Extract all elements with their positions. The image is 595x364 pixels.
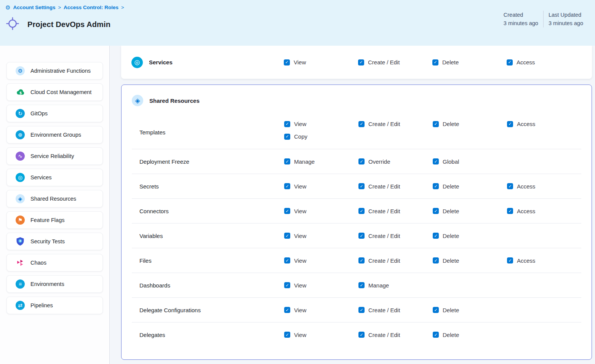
last-updated-label: Last Updated (549, 11, 583, 19)
checkbox-create-edit[interactable]: ✓Create / Edit (358, 59, 432, 65)
created-meta: Created 3 minutes ago (499, 11, 543, 27)
checkbox-access[interactable]: ✓Access (507, 121, 581, 127)
sidebar-item-label: Feature Flags (30, 217, 64, 223)
page-title: Project DevOps Admin (27, 20, 110, 29)
checkbox-label: Override (368, 158, 390, 165)
checkbox-checked-icon: ✓ (358, 158, 365, 164)
last-updated-meta: Last Updated 3 minutes ago (543, 11, 588, 27)
checkbox-checked-icon: ✓ (284, 332, 290, 338)
checkbox-label: Delete (443, 183, 459, 190)
checkbox-create-edit[interactable]: ✓Create / Edit (358, 183, 433, 190)
checkbox-label: Create / Edit (368, 183, 400, 190)
permission-row-label: Templates (132, 129, 284, 136)
permission-column: ✓Delete (433, 121, 507, 127)
checkbox-global[interactable]: ✓Global (433, 158, 507, 165)
permission-rows: Templates✓View✓Copy✓Create / Edit✓Delete… (132, 115, 581, 347)
permission-row-label: Deployment Freeze (132, 158, 284, 165)
permission-column: ✓Delete (433, 208, 507, 214)
services-permission-card: ◎ Services ✓View✓Create / Edit✓Delete✓Ac… (121, 46, 592, 79)
breadcrumb-item-account-settings[interactable]: Account Settings (13, 5, 55, 10)
permission-column: ✓Delete (433, 233, 507, 239)
checkbox-label: Access (517, 59, 535, 65)
checkbox-delete[interactable]: ✓Delete (433, 307, 507, 313)
checkbox-access[interactable]: ✓Access (507, 257, 581, 264)
checkbox-delete[interactable]: ✓Delete (433, 121, 507, 127)
permission-column: ✓View (284, 307, 358, 313)
checkbox-create-edit[interactable]: ✓Create / Edit (358, 208, 433, 214)
sidebar-item-cloud-cost-management[interactable]: $Cloud Cost Management (6, 83, 103, 101)
checkbox-label: Access (517, 121, 535, 127)
sidebar-item-security-tests[interactable]: Security Tests (6, 233, 103, 250)
checkbox-view[interactable]: ✓View (284, 183, 358, 190)
permission-column: ✓Create / Edit (358, 208, 433, 214)
checkbox-checked-icon: ✓ (284, 257, 290, 263)
sidebar-item-feature-flags[interactable]: ⚑Feature Flags (6, 211, 103, 229)
gear-icon: ⚙ (5, 5, 10, 10)
checkbox-checked-icon: ✓ (284, 121, 290, 127)
page-header: ⚙ Account Settings>Access Control: Roles… (0, 0, 595, 46)
checkbox-access[interactable]: ✓Access (507, 59, 581, 65)
checkbox-create-edit[interactable]: ✓Create / Edit (358, 121, 433, 127)
permission-row-label: Delegates (132, 332, 284, 338)
checkbox-override[interactable]: ✓Override (358, 158, 433, 165)
checkbox-checked-icon: ✓ (284, 158, 290, 164)
permission-column: ✓Create / Edit (358, 59, 432, 65)
sidebar-item-environments[interactable]: ≡Environments (6, 275, 103, 293)
checkbox-view[interactable]: ✓View (284, 332, 358, 338)
environment-groups-icon: ⊛ (16, 130, 25, 139)
permission-column: ✓Manage (358, 282, 433, 289)
checkbox-manage[interactable]: ✓Manage (284, 158, 358, 165)
checkbox-view[interactable]: ✓View (284, 121, 358, 127)
checkbox-label: Manage (294, 158, 315, 165)
checkbox-checked-icon: ✓ (358, 233, 365, 239)
sidebar-item-gitops[interactable]: ↻GitOps (6, 105, 103, 122)
checkbox-checked-icon: ✓ (284, 208, 290, 214)
checkbox-create-edit[interactable]: ✓Create / Edit (358, 332, 433, 338)
crosshair-target-icon (6, 17, 19, 32)
checkbox-delete[interactable]: ✓Delete (433, 233, 507, 239)
checkbox-view[interactable]: ✓View (284, 282, 358, 289)
checkbox-checked-icon: ✓ (433, 158, 439, 164)
permission-column: ✓View (284, 257, 358, 264)
permission-column: ✓View✓Copy (284, 121, 358, 140)
permission-column: ✓View (284, 59, 358, 65)
breadcrumb-item-access-control-roles[interactable]: Access Control: Roles (64, 5, 118, 10)
sidebar-item-shared-resources[interactable]: ◈Shared Resources (6, 190, 103, 208)
sidebar-item-label: Cloud Cost Management (30, 89, 91, 95)
checkbox-create-edit[interactable]: ✓Create / Edit (358, 307, 433, 313)
checkbox-delete[interactable]: ✓Delete (432, 59, 507, 65)
checkbox-checked-icon: ✓ (433, 121, 439, 127)
checkbox-view[interactable]: ✓View (284, 208, 358, 214)
checkbox-delete[interactable]: ✓Delete (433, 257, 507, 264)
checkbox-label: View (294, 332, 306, 338)
sidebar-item-services[interactable]: ◎Services (6, 169, 103, 186)
checkbox-access[interactable]: ✓Access (507, 208, 581, 214)
checkbox-create-edit[interactable]: ✓Create / Edit (358, 233, 433, 239)
checkbox-delete[interactable]: ✓Delete (433, 183, 507, 190)
sidebar-item-pipelines[interactable]: ⇄Pipelines (6, 297, 103, 314)
permission-column: ✓Manage (284, 158, 358, 165)
checkbox-manage[interactable]: ✓Manage (358, 282, 433, 289)
sidebar-item-environment-groups[interactable]: ⊛Environment Groups (6, 126, 103, 144)
header-meta: Created 3 minutes ago Last Updated 3 min… (499, 11, 588, 27)
checkbox-checked-icon: ✓ (284, 307, 290, 313)
environments-icon: ≡ (16, 279, 25, 289)
sidebar-item-service-reliability[interactable]: ∿Service Reliability (6, 147, 103, 165)
sidebar-item-administrative-functions[interactable]: ⚙Administrative Functions (6, 62, 103, 80)
checkbox-copy[interactable]: ✓Copy (284, 133, 358, 140)
sidebar-item-label: Shared Resources (30, 196, 76, 202)
checkbox-delete[interactable]: ✓Delete (433, 208, 507, 214)
sidebar-item-chaos[interactable]: Chaos (6, 254, 103, 271)
checkbox-checked-icon: ✓ (358, 257, 365, 263)
permission-column: ✓Delete (433, 183, 507, 190)
checkbox-delete[interactable]: ✓Delete (433, 332, 507, 338)
checkbox-access[interactable]: ✓Access (507, 183, 581, 190)
permission-column: ✓Delete (433, 307, 507, 313)
checkbox-view[interactable]: ✓View (284, 59, 358, 65)
checkbox-view[interactable]: ✓View (284, 233, 358, 239)
resource-group-sidebar: ⚙Administrative Functions$Cloud Cost Man… (0, 46, 110, 364)
checkbox-label: Global (443, 158, 459, 165)
checkbox-view[interactable]: ✓View (284, 257, 358, 264)
checkbox-view[interactable]: ✓View (284, 307, 358, 313)
checkbox-create-edit[interactable]: ✓Create / Edit (358, 257, 433, 264)
